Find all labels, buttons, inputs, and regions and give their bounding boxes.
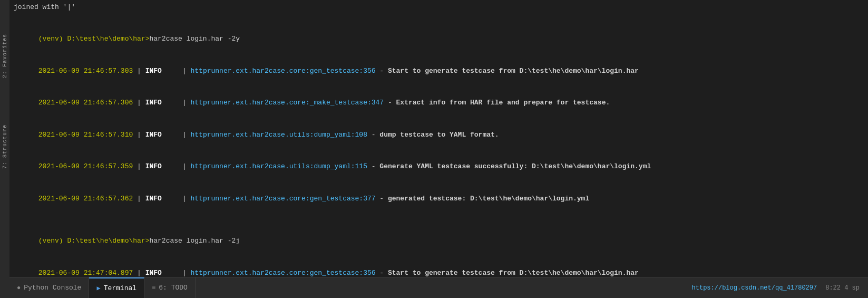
side-label-structure[interactable]: 7: Structure (2, 122, 8, 171)
terminal-line-joined: joined with '|' (14, 2, 864, 13)
side-label-favorites[interactable]: 2: Favorites (2, 32, 8, 80)
python-console-icon: ● (17, 284, 21, 292)
terminal-line-blank2 (14, 215, 864, 225)
status-line-col: 8:22 4 sp (825, 284, 860, 292)
terminal-log-6: 2021-06-09 21:47:04.897 | INFO | httprun… (14, 257, 864, 277)
tab-terminal-label: Terminal (104, 284, 136, 292)
terminal-content[interactable]: joined with '|' (venv) D:\test\he\demo\h… (9, 0, 868, 277)
terminal-prompt-2: (venv) D:\test\he\demo\har> (38, 237, 150, 245)
terminal-line-cmd2: (venv) D:\test\he\demo\har>har2case logi… (14, 225, 864, 257)
tab-todo[interactable]: ≡ 6: TODO (144, 277, 196, 298)
terminal-log-1: 2021-06-09 21:46:57.303 | INFO | httprun… (14, 55, 864, 87)
tab-python-console[interactable]: ● Python Console (9, 277, 89, 298)
tab-python-console-label: Python Console (24, 284, 81, 292)
terminal-log-5: 2021-06-09 21:46:57.362 | INFO | httprun… (14, 182, 864, 214)
terminal-log-4: 2021-06-09 21:46:57.359 | INFO | httprun… (14, 151, 864, 182)
terminal-line-blank1 (14, 13, 864, 23)
terminal-icon: ▶ (96, 284, 100, 292)
terminal-cmd-2: har2case login.har -2j (149, 237, 240, 245)
terminal-log-3: 2021-06-09 21:46:57.310 | INFO | httprun… (14, 119, 864, 151)
terminal-prompt-1: (venv) D:\test\he\demo\har> (38, 35, 150, 43)
terminal-cmd-1: har2case login.har -2y (149, 35, 240, 43)
todo-icon: ≡ (152, 284, 155, 292)
status-url: https://blog.csdn.net/qq_41780297 (692, 284, 817, 292)
status-bar-right: https://blog.csdn.net/qq_41780297 8:22 4… (692, 284, 868, 292)
tab-todo-label: 6: TODO (159, 284, 188, 292)
tab-terminal[interactable]: ▶ Terminal (89, 277, 144, 298)
bottom-bar: ● Python Console ▶ Terminal ≡ 6: TODO ht… (9, 277, 868, 298)
side-gutter: 2: Favorites 7: Structure (0, 0, 9, 298)
terminal-line-cmd1: (venv) D:\test\he\demo\har>har2case logi… (14, 23, 864, 55)
terminal-log-2: 2021-06-09 21:46:57.306 | INFO | httprun… (14, 87, 864, 119)
main-area: joined with '|' (venv) D:\test\he\demo\h… (9, 0, 868, 298)
